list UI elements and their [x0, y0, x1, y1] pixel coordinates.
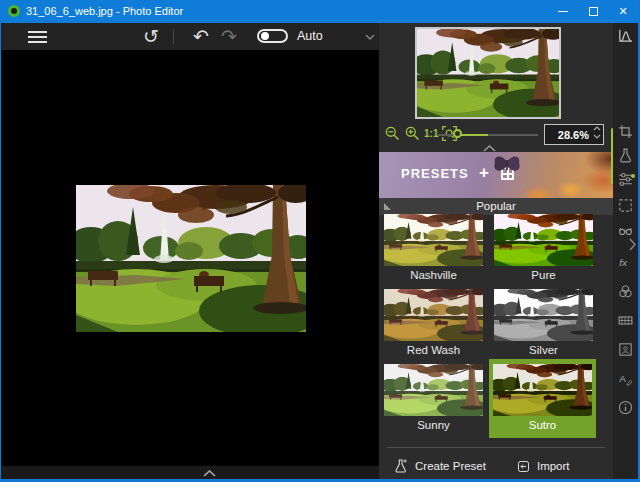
preset-label: Sunny — [384, 419, 483, 431]
zoom-out-icon[interactable] — [384, 125, 401, 142]
minimize-button[interactable] — [548, 0, 578, 23]
sidebar-item-enhance-flask[interactable] — [617, 147, 634, 164]
titlebar[interactable]: 31_06_6_web.jpg - Photo Editor ✕ — [1, 0, 638, 23]
canvas-bottom-bar — [1, 466, 379, 479]
preset-label: Sutro — [493, 419, 592, 431]
toolbar-divider — [173, 29, 174, 44]
import-icon — [516, 459, 531, 474]
sidebar-item-info[interactable] — [617, 399, 634, 416]
maximize-icon — [589, 7, 598, 16]
preset-nashville[interactable]: Nashville — [384, 214, 483, 281]
sidebar-item-histogram[interactable] — [617, 27, 634, 44]
zoom-slider-fill — [459, 134, 488, 136]
presets-title: PRESETS — [401, 166, 469, 181]
modified-indicator-dot — [631, 174, 635, 178]
undo-icon: ↶ — [193, 26, 209, 47]
toolbar: ↺ ↶ ↷ Auto correction — [1, 23, 379, 50]
tool-sidebar: fx A — [613, 23, 638, 479]
canvas — [1, 50, 379, 466]
preset-red-wash[interactable]: Red Wash — [384, 289, 483, 356]
sidebar-item-frame-portrait[interactable] — [617, 341, 634, 358]
preset-thumbnail — [384, 289, 483, 341]
preset-label: Red Wash — [384, 344, 483, 356]
sidebar-item-crop[interactable] — [617, 123, 634, 140]
preset-label: Pure — [494, 269, 593, 281]
preset-label: Nashville — [384, 269, 483, 281]
redo-button[interactable]: ↷ — [221, 23, 237, 50]
photo-editor-window: 31_06_6_web.jpg - Photo Editor ✕ ↺ ↶ ↷ A… — [0, 0, 640, 482]
preset-thumbnail — [493, 364, 592, 416]
preset-thumbnail — [384, 214, 483, 266]
sidebar-item-texture[interactable] — [617, 312, 634, 329]
presets-header[interactable]: PRESETS + — [379, 152, 613, 198]
zoom-controls: 1:1 — [379, 122, 613, 148]
panel-collapse-icon[interactable] — [483, 145, 496, 152]
sidebar-item-text-tool[interactable]: A — [617, 370, 634, 387]
minimize-icon — [558, 11, 568, 12]
sidebar-item-effects-fx[interactable]: fx — [617, 254, 634, 271]
actual-size-icon[interactable]: 1:1 — [424, 128, 438, 139]
spin-down-icon[interactable] — [593, 134, 601, 139]
reset-icon: ↺ — [143, 26, 159, 47]
spin-up-icon[interactable] — [593, 126, 601, 131]
sidebar-item-color-channels[interactable] — [617, 283, 634, 300]
panel-expand-icon[interactable] — [629, 238, 637, 251]
preset-silver[interactable]: Silver — [494, 289, 593, 356]
app-icon — [8, 5, 20, 17]
menu-button[interactable] — [28, 31, 47, 43]
zoom-value-spinner — [544, 124, 604, 145]
close-icon: ✕ — [618, 5, 627, 18]
toggle-knob — [261, 32, 269, 40]
reset-button[interactable]: ↺ — [143, 23, 159, 50]
collapse-triangle-icon — [384, 203, 391, 210]
right-panel: 1:1 PRESETS + — [379, 23, 613, 479]
close-button[interactable]: ✕ — [608, 0, 638, 23]
svg-text:fx: fx — [619, 257, 628, 268]
preset-thumbnail — [384, 364, 483, 416]
import-button[interactable]: Import — [516, 459, 570, 474]
sidebar-item-retouch-glasses[interactable] — [617, 222, 634, 239]
window-title: 31_06_6_web.jpg - Photo Editor — [26, 0, 183, 23]
preset-thumbnail — [494, 214, 593, 266]
popular-label: Popular — [379, 198, 613, 215]
undo-button[interactable]: ↶ — [193, 23, 209, 50]
maximize-button[interactable] — [578, 0, 608, 23]
popular-group-header[interactable]: Popular — [379, 198, 613, 215]
photo-canvas-image[interactable] — [76, 185, 306, 332]
preset-sunny[interactable]: Sunny — [384, 364, 483, 431]
butterfly-icon — [491, 154, 523, 180]
zoom-slider-knob[interactable] — [453, 129, 462, 138]
preview-image — [417, 29, 559, 117]
chevron-up-icon[interactable] — [203, 470, 216, 477]
add-preset-icon[interactable]: + — [479, 163, 489, 183]
preset-pure[interactable]: Pure — [494, 214, 593, 281]
preset-label: Silver — [494, 344, 593, 356]
svg-text:A: A — [619, 373, 626, 384]
preset-thumbnail — [494, 289, 593, 341]
zoom-value-input[interactable] — [545, 125, 589, 144]
preset-sutro-selected[interactable]: Sutro — [489, 359, 596, 438]
auto-correction-toggle[interactable] — [257, 29, 288, 43]
footer-divider — [387, 447, 605, 448]
create-preset-flask-icon — [393, 458, 409, 474]
create-preset-label: Create Preset — [415, 460, 486, 472]
import-label: Import — [537, 460, 570, 472]
zoom-in-icon[interactable] — [404, 125, 421, 142]
create-preset-button[interactable]: Create Preset — [393, 458, 486, 474]
chevron-down-icon[interactable] — [365, 34, 375, 40]
redo-icon: ↷ — [221, 26, 237, 47]
navigator-preview[interactable] — [415, 27, 561, 119]
sidebar-item-selection[interactable] — [617, 197, 634, 214]
